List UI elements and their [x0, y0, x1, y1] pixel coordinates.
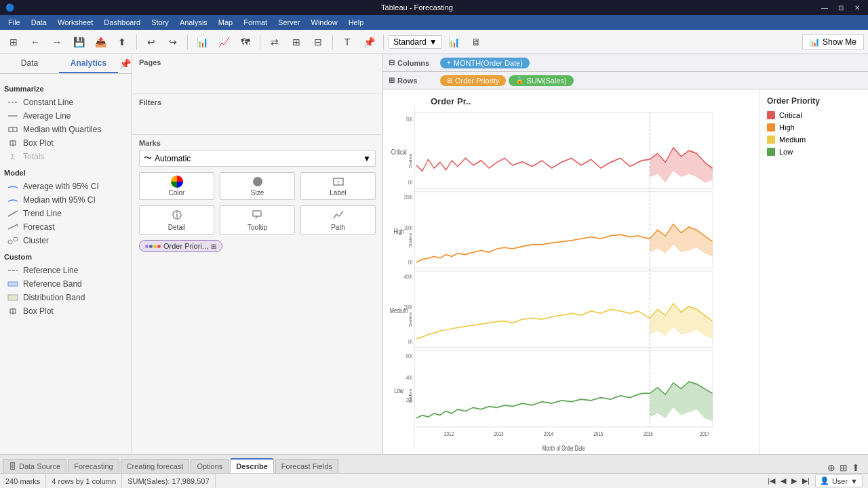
toolbar-publish-icon[interactable]: 📤 — [91, 33, 110, 52]
menu-server[interactable]: Server — [273, 17, 305, 28]
column-pill-order-date[interactable]: + MONTH(Order Date) — [440, 58, 530, 68]
menu-data[interactable]: Data — [26, 17, 52, 28]
sidebar-item-box-plot-custom[interactable]: Box Plot — [4, 304, 127, 318]
toolbar-undo-icon[interactable]: ↩ — [142, 33, 161, 52]
view-chevron-icon: ▼ — [429, 37, 437, 47]
column-pill-icon: + — [447, 59, 451, 66]
sidebar-item-median-quartiles[interactable]: Median with Quartiles — [4, 123, 127, 136]
toolbar-device-icon[interactable]: 🖥 — [467, 33, 486, 52]
tab-forecasting[interactable]: Forecasting — [68, 459, 119, 473]
marks-dropdown-chevron-icon: ▼ — [363, 154, 371, 163]
close-button[interactable]: ✕ — [852, 3, 863, 12]
row-pill-order-priority[interactable]: ⊞ Order Priority — [440, 75, 506, 86]
toolbar-text-icon[interactable]: T — [338, 33, 357, 52]
view-dropdown[interactable]: Standard ▼ — [389, 35, 442, 49]
column-pill-text: MONTH(Order Date) — [454, 59, 523, 67]
toolbar-chart-icon[interactable]: 📊 — [193, 33, 212, 52]
user-label: User — [832, 477, 848, 485]
sidebar-pin-icon[interactable]: 📌 — [118, 54, 132, 73]
sidebar-content: Summarize Constant Line Average Line Med… — [0, 74, 132, 454]
toolbar-chart2-icon[interactable]: 📊 — [445, 33, 464, 52]
svg-text:T: T — [336, 180, 340, 186]
maximize-button[interactable]: ⊡ — [835, 3, 846, 12]
menu-map[interactable]: Map — [213, 17, 238, 28]
legend-title: Order Priority — [767, 96, 861, 106]
tab-forecast-fields-label: Forecast Fields — [281, 462, 332, 470]
totals-icon: Σ — [7, 152, 19, 161]
toolbar-publish2-icon[interactable]: ⬆ — [113, 33, 132, 52]
marks-label-button[interactable]: T Label — [300, 172, 376, 200]
menu-story[interactable]: Story — [146, 17, 174, 28]
toolbar-back-icon[interactable]: ← — [26, 33, 45, 52]
tab-sort-icon[interactable]: ⬆ — [852, 462, 860, 473]
menu-window[interactable]: Window — [306, 17, 343, 28]
menu-format[interactable]: Format — [238, 17, 273, 28]
order-priority-pill[interactable]: Order Priori... ⊞ — [139, 240, 222, 252]
nav-forward-icon[interactable]: ▶ — [791, 476, 797, 485]
menu-worksheet[interactable]: Worksheet — [52, 17, 98, 28]
toolbar-grid-icon[interactable]: ⊞ — [4, 33, 23, 52]
nav-prev-icon[interactable]: |◀ — [768, 476, 775, 485]
toolbar-rows-icon[interactable]: ⊞ — [287, 33, 306, 52]
reference-band-label: Reference Band — [23, 279, 82, 289]
toolbar-bar-icon[interactable]: 📈 — [214, 33, 233, 52]
marks-tooltip-button[interactable]: Tooltip — [220, 205, 295, 235]
marks-type-dropdown[interactable]: 〜 Automatic ▼ — [139, 150, 376, 167]
sidebar-item-forecast[interactable]: Forecast — [4, 220, 127, 234]
sidebar-item-average-line[interactable]: Average Line — [4, 109, 127, 123]
minimize-button[interactable]: — — [819, 3, 830, 12]
columns-label-text: Columns — [397, 59, 429, 67]
marks-size-button[interactable]: Size — [220, 172, 295, 200]
toolbar-forward-icon[interactable]: → — [47, 33, 66, 52]
custom-section-title: Custom — [4, 253, 127, 261]
tab-analytics[interactable]: Analytics — [59, 54, 118, 73]
sidebar-item-trend-line[interactable]: Trend Line — [4, 207, 127, 220]
menu-analysis[interactable]: Analysis — [174, 17, 213, 28]
chart-svg: Critical High Medium Low 50K 0K Sales 20… — [383, 106, 760, 454]
toolbar-swap-icon[interactable]: ⇄ — [265, 33, 284, 52]
marks-path-button[interactable]: Path — [300, 205, 376, 235]
rows-pills: ⊞ Order Priority 🔒 SUM(Sales) — [437, 74, 868, 87]
toolbar-map-icon[interactable]: 🗺 — [236, 33, 255, 52]
median-quartiles-label: Median with Quartiles — [23, 125, 101, 134]
tab-data[interactable]: Data — [0, 54, 59, 73]
sidebar-item-avg-ci[interactable]: Average with 95% CI — [4, 180, 127, 193]
marks-detail-button[interactable]: Detail — [139, 205, 214, 235]
toolbar-cols-icon[interactable]: ⊟ — [309, 33, 328, 52]
marks-type-value: Automatic — [155, 154, 191, 163]
sidebar-item-constant-line[interactable]: Constant Line — [4, 96, 127, 109]
menu-help[interactable]: Help — [343, 17, 370, 28]
menu-file[interactable]: File — [3, 17, 26, 28]
sidebar-tabs: Data Analytics 📌 — [0, 54, 132, 74]
toolbar-save-icon[interactable]: 💾 — [69, 33, 88, 52]
menu-dashboard[interactable]: Dashboard — [98, 17, 146, 28]
sidebar-item-distribution-band[interactable]: Distribution Band — [4, 291, 127, 304]
user-dropdown[interactable]: 👤 User ▼ — [815, 474, 863, 487]
bottom-tabs-row: 🗄 Data Source Forecasting Creating forec… — [0, 455, 868, 473]
tab-forecast-fields[interactable]: Forecast Fields — [275, 459, 338, 473]
sidebar-item-box-plot-summarize[interactable]: Box Plot — [4, 136, 127, 150]
marks-color-button[interactable]: Color — [139, 172, 214, 200]
sidebar-item-cluster[interactable]: Cluster — [4, 234, 127, 247]
row-pill-sum-sales[interactable]: 🔒 SUM(Sales) — [509, 75, 573, 86]
toolbar-pin-icon[interactable]: 📌 — [359, 33, 378, 52]
sidebar-item-reference-line[interactable]: Reference Line — [4, 264, 127, 277]
show-me-button[interactable]: 📊 Show Me — [802, 34, 864, 50]
toolbar-redo-icon[interactable]: ↪ — [163, 33, 182, 52]
sidebar-item-reference-band[interactable]: Reference Band — [4, 277, 127, 291]
tab-options[interactable]: Options — [191, 459, 229, 473]
tab-add-icon[interactable]: ⊕ — [827, 462, 835, 473]
svg-text:2016: 2016 — [644, 430, 654, 438]
svg-point-14 — [253, 177, 262, 186]
app-icon: 🔵 — [5, 3, 15, 12]
viz-main: Order Pr.. Critical High Medium Low — [383, 89, 760, 454]
svg-text:Low: Low — [394, 386, 403, 394]
tab-grid-icon[interactable]: ⊞ — [840, 462, 848, 473]
legend-item-medium: Medium — [767, 136, 861, 144]
tab-data-source[interactable]: 🗄 Data Source — [3, 459, 66, 473]
nav-next-icon[interactable]: ▶| — [802, 476, 810, 485]
tab-creating-forecast[interactable]: Creating forecast — [121, 459, 190, 473]
sidebar-item-median-ci[interactable]: Median with 95% CI — [4, 193, 127, 207]
tab-describe[interactable]: Describe — [230, 458, 273, 473]
nav-back-icon[interactable]: ◀ — [781, 476, 786, 485]
